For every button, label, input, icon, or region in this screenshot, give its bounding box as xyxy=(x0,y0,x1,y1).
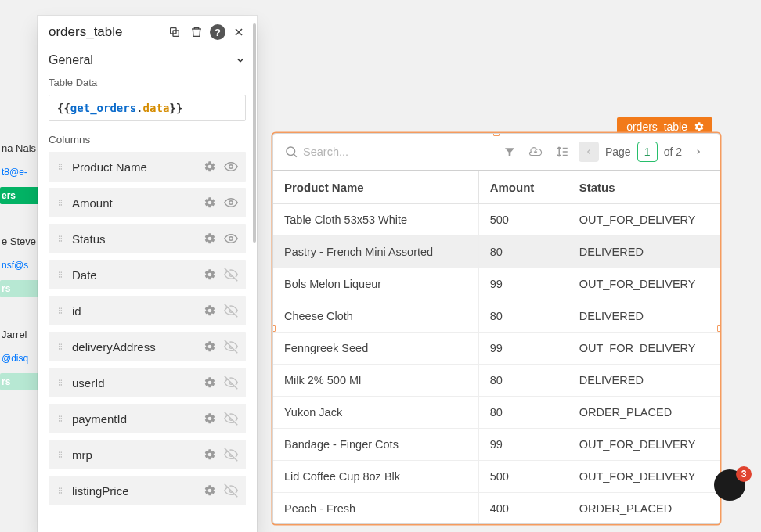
section-toggle-general[interactable]: General xyxy=(38,47,257,72)
column-config-row[interactable]: mrp xyxy=(49,440,246,469)
table-row[interactable]: Bandage - Finger Cots99OUT_FOR_DELIVERY xyxy=(273,429,720,461)
bg-view-orders-button[interactable]: ers xyxy=(0,187,39,204)
search-input[interactable] xyxy=(303,146,397,158)
bg-view-orders-button[interactable]: rs xyxy=(0,280,39,297)
gear-icon[interactable] xyxy=(204,412,216,425)
table-row[interactable]: Bols Melon Liqueur99OUT_FOR_DELIVERY xyxy=(273,268,720,300)
copy-icon[interactable] xyxy=(166,23,183,41)
drag-handle-icon[interactable] xyxy=(56,233,64,244)
eye-off-icon[interactable] xyxy=(224,448,238,462)
svg-point-44 xyxy=(59,346,60,347)
column-header-amount[interactable]: Amount xyxy=(478,171,568,204)
table-cell: 80 xyxy=(478,236,568,268)
resize-handle-right[interactable] xyxy=(717,325,720,332)
eye-off-icon[interactable] xyxy=(224,483,238,498)
panel-scroll-thumb[interactable] xyxy=(253,23,256,243)
eye-icon[interactable] xyxy=(224,196,238,210)
column-config-row[interactable]: id xyxy=(49,296,246,325)
drag-handle-icon[interactable] xyxy=(56,269,64,280)
gear-icon[interactable] xyxy=(204,340,216,353)
help-icon[interactable]: ? xyxy=(210,24,225,40)
svg-point-32 xyxy=(59,274,60,275)
gear-icon[interactable] xyxy=(204,304,216,317)
filter-icon[interactable] xyxy=(500,142,519,161)
table-cell: Table Cloth 53x53 White xyxy=(273,204,478,236)
drag-handle-icon[interactable] xyxy=(56,305,64,316)
drag-handle-icon[interactable] xyxy=(56,197,64,208)
column-name-label: Status xyxy=(72,232,196,246)
gear-icon[interactable] xyxy=(204,232,216,245)
panel-scrollbar[interactable] xyxy=(252,16,257,532)
eye-off-icon[interactable] xyxy=(224,412,238,426)
gear-icon[interactable] xyxy=(204,448,216,461)
drag-handle-icon[interactable] xyxy=(56,485,64,496)
eye-off-icon[interactable] xyxy=(224,340,238,354)
gear-icon[interactable] xyxy=(204,484,216,497)
close-icon[interactable] xyxy=(230,23,247,41)
table-data-input[interactable]: {{get_orders.data}} xyxy=(49,95,246,121)
column-header-status[interactable]: Status xyxy=(568,171,720,204)
svg-point-63 xyxy=(61,454,62,455)
table-row[interactable]: Fenngreek Seed99OUT_FOR_DELIVERY xyxy=(273,332,720,365)
eye-off-icon[interactable] xyxy=(224,376,238,390)
drag-handle-icon[interactable] xyxy=(56,449,64,460)
column-config-row[interactable]: Product Name xyxy=(49,152,246,182)
svg-point-17 xyxy=(61,200,62,200)
eye-icon[interactable] xyxy=(224,232,238,246)
delete-icon[interactable] xyxy=(188,23,205,41)
svg-point-28 xyxy=(61,240,62,241)
svg-point-30 xyxy=(59,271,60,272)
gear-icon[interactable] xyxy=(204,376,216,389)
eye-icon[interactable] xyxy=(224,160,238,174)
table-cell: Lid Coffee Cup 8oz Blk xyxy=(273,461,478,493)
property-panel: orders_table ? General Table Data {{get_… xyxy=(38,16,257,532)
svg-point-70 xyxy=(59,492,60,493)
page-current[interactable]: 1 xyxy=(637,142,658,162)
download-icon[interactable] xyxy=(525,142,546,162)
column-config-row[interactable]: Date xyxy=(49,260,246,289)
svg-point-57 xyxy=(61,418,62,419)
drag-handle-icon[interactable] xyxy=(56,161,64,172)
gear-icon[interactable] xyxy=(204,160,216,173)
resize-handle-left[interactable] xyxy=(272,325,276,332)
table-row[interactable]: Lid Coffee Cup 8oz Blk500OUT_FOR_DELIVER… xyxy=(273,461,720,493)
table-row[interactable]: Pastry - French Mini Assorted80DELIVERED xyxy=(273,236,720,268)
column-config-row[interactable]: listingPrice xyxy=(49,476,246,505)
table-row[interactable]: Cheese Cloth80DELIVERED xyxy=(273,300,720,332)
svg-point-56 xyxy=(59,418,60,419)
table-row[interactable]: Peach - Fresh400ORDER_PLACED xyxy=(273,493,720,525)
svg-point-36 xyxy=(59,307,60,308)
table-row[interactable]: Yukon Jack80ORDER_PLACED xyxy=(273,397,720,429)
column-config-row[interactable]: userId xyxy=(49,368,246,397)
svg-point-69 xyxy=(61,490,62,491)
page-prev-button[interactable] xyxy=(579,142,599,162)
bg-view-orders-button[interactable]: rs xyxy=(0,373,39,390)
field-label-columns: Columns xyxy=(38,131,257,152)
table-toolbar: Page 1 of 2 xyxy=(273,134,720,171)
eye-off-icon[interactable] xyxy=(224,268,238,282)
bg-user-name: e Steve xyxy=(0,232,39,250)
svg-point-64 xyxy=(59,456,60,457)
column-config-row[interactable]: deliveryAddress xyxy=(49,332,246,361)
svg-point-35 xyxy=(61,276,62,277)
svg-point-65 xyxy=(61,456,62,457)
row-height-icon[interactable] xyxy=(552,142,572,162)
column-config-row[interactable]: paymentId xyxy=(49,404,246,433)
column-header-product-name[interactable]: Product Name xyxy=(273,171,478,204)
resize-handle-top[interactable] xyxy=(493,133,500,136)
gear-icon[interactable] xyxy=(204,196,216,209)
eye-off-icon[interactable] xyxy=(224,304,238,318)
page-next-button[interactable] xyxy=(688,142,709,162)
column-config-row[interactable]: Amount xyxy=(49,188,246,217)
column-config-row[interactable]: Status xyxy=(49,224,246,253)
orders-table-widget[interactable]: Page 1 of 2 Product Name Amount Status T… xyxy=(272,133,720,524)
drag-handle-icon[interactable] xyxy=(56,377,64,388)
svg-point-67 xyxy=(61,487,62,488)
drag-handle-icon[interactable] xyxy=(56,341,64,352)
table-row[interactable]: Table Cloth 53x53 White500OUT_FOR_DELIVE… xyxy=(273,204,720,236)
drag-handle-icon[interactable] xyxy=(56,413,64,424)
gear-icon[interactable] xyxy=(204,268,216,281)
svg-point-24 xyxy=(61,235,62,236)
panel-widget-name[interactable]: orders_table xyxy=(49,24,161,40)
table-row[interactable]: Milk 2% 500 Ml80DELIVERED xyxy=(273,365,720,397)
